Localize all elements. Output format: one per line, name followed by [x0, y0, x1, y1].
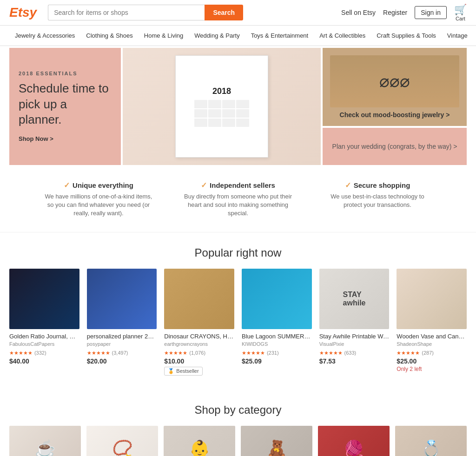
nav-toys[interactable]: Toys & Entertainment	[245, 26, 314, 46]
nav-jewelry[interactable]: Jewelry & Accessories	[9, 26, 80, 46]
planner-cell	[236, 119, 249, 127]
product-rating-4: ★★★★★ (633)	[319, 349, 390, 356]
planner-cell	[222, 100, 235, 108]
trust-secure-desc: We use best-in-class technology to prote…	[322, 192, 433, 209]
category-item-4[interactable]: 🧶	[318, 426, 390, 456]
product-card-5[interactable]: Wooden Vase and Candl... ShadeonShape ★★…	[397, 269, 467, 376]
stars-3: ★★★★★	[242, 350, 265, 356]
category-item-3[interactable]: 🧸	[241, 426, 312, 456]
category-item-0[interactable]: ☕	[9, 426, 81, 456]
popular-title: Popular right now	[0, 232, 476, 269]
product-name-3: Blue Lagoon SUMMER m...	[242, 333, 312, 340]
product-image-5	[397, 269, 467, 329]
product-seller-5: ShadeonShape	[397, 341, 467, 347]
stars-0: ★★★★★	[9, 350, 33, 356]
cart-icon: 🛒	[454, 4, 467, 16]
product-price-2: $10.00	[164, 357, 234, 365]
nav-wedding[interactable]: Wedding & Party	[189, 26, 245, 46]
product-seller-2: earthgrowncrayons	[164, 341, 234, 347]
cart-area[interactable]: 🛒 Cart	[454, 4, 467, 21]
hero-heading: Schedule time to pick up a planner.	[19, 81, 112, 128]
hero-shop-now-link[interactable]: Shop Now >	[19, 135, 112, 142]
category-image-1: 📿	[86, 426, 158, 456]
trust-sellers-desc: Buy directly from someone who put their …	[182, 192, 294, 218]
product-seller-1: posypaper	[87, 341, 157, 347]
category-grid: ☕ 📿 👶 🧸 🧶 💍	[9, 426, 467, 456]
planner-cell	[208, 109, 221, 118]
product-image-4: STAYawhile	[319, 269, 390, 329]
check-icon-secure: ✓	[345, 181, 351, 190]
nav-clothing[interactable]: Clothing & Shoes	[80, 26, 138, 46]
sign-in-button[interactable]: Sign in	[415, 6, 447, 19]
hero-wedding-panel[interactable]: Plan your wedding (congrats, by the way)…	[323, 128, 467, 165]
hero-section: 2018 ESSENTIALS Schedule time to pick up…	[0, 46, 476, 167]
product-card-0[interactable]: Golden Ratio Journal, Ge... FabulousCatP…	[9, 269, 79, 376]
planner-cell	[208, 119, 221, 127]
stars-2: ★★★★★	[164, 350, 187, 356]
product-card-3[interactable]: Blue Lagoon SUMMER m... KIWIDOGS ★★★★★ (…	[242, 269, 312, 376]
planner-grid	[191, 100, 253, 127]
product-name-4: Stay Awhile Printable Wa...	[319, 333, 390, 340]
planner-visual: 2018	[175, 55, 268, 158]
product-price-0: $40.00	[9, 357, 79, 365]
trust-unique: ✓ Unique everything We have millions of …	[43, 181, 154, 218]
planner-cell	[194, 100, 207, 108]
product-seller-4: VisualPixie	[319, 341, 390, 347]
reviews-5: (287)	[422, 350, 434, 356]
register-link[interactable]: Register	[383, 9, 407, 16]
planner-cell	[222, 109, 235, 118]
nav-craft[interactable]: Craft Supplies & Tools	[371, 26, 442, 46]
etsy-logo[interactable]: Etsy	[9, 5, 37, 20]
search-button[interactable]: Search	[205, 5, 243, 20]
trust-unique-title: ✓ Unique everything	[64, 181, 133, 190]
category-image-5: 💍	[395, 426, 467, 456]
hero-jewelry-panel[interactable]: ⌀⌀⌀ Check out mood-boosting jewelry >	[323, 48, 467, 126]
hero-year-label: 2018 ESSENTIALS	[19, 71, 112, 76]
product-seller-3: KIWIDOGS	[242, 341, 312, 347]
bracelet-image: ⌀⌀⌀	[330, 55, 459, 107]
check-icon-sellers: ✓	[201, 181, 207, 190]
product-name-5: Wooden Vase and Candl...	[397, 333, 467, 340]
trust-sellers: ✓ Independent sellers Buy directly from …	[182, 181, 294, 218]
check-icon-unique: ✓	[64, 181, 70, 190]
product-card-2[interactable]: Dinosaur CRAYONS, Han... earthgrowncrayo…	[164, 269, 234, 376]
main-nav: Jewelry & Accessories Clothing & Shoes H…	[0, 26, 476, 46]
category-image-2: 👶	[164, 426, 235, 456]
stars-4: ★★★★★	[319, 350, 343, 356]
sell-on-etsy-link[interactable]: Sell on Etsy	[341, 9, 376, 16]
popular-section: Popular right now Golden Ratio Journal, …	[0, 232, 476, 390]
bestseller-icon: 🏅	[168, 368, 174, 374]
category-icon-3: 🧸	[266, 439, 287, 456]
category-image-0: ☕	[9, 426, 81, 456]
category-image-3: 🧸	[241, 426, 312, 456]
header: Etsy Search Sell on Etsy Register Sign i…	[0, 0, 476, 26]
nav-vintage[interactable]: Vintage	[442, 26, 473, 46]
nav-home[interactable]: Home & Living	[139, 26, 189, 46]
product-price-4: $7.53	[319, 357, 390, 365]
product-card-4[interactable]: STAYawhile Stay Awhile Printable Wa... V…	[319, 269, 390, 376]
product-price-5: $25.00	[397, 357, 467, 365]
reviews-1: (3,497)	[112, 350, 128, 356]
category-item-2[interactable]: 👶	[164, 426, 235, 456]
category-item-5[interactable]: 💍	[395, 426, 467, 456]
category-icon-5: 💍	[421, 439, 442, 456]
trust-secure-title: ✓ Secure shopping	[345, 181, 410, 190]
wedding-link[interactable]: Plan your wedding (congrats, by the way)…	[332, 143, 457, 150]
product-seller-0: FabulousCatPapers	[9, 341, 79, 347]
trust-secure: ✓ Secure shopping We use best-in-class t…	[322, 181, 433, 218]
nav-art[interactable]: Art & Collectibles	[314, 26, 371, 46]
product-image-0	[9, 269, 79, 329]
product-rating-2: ★★★★★ (1,076)	[164, 349, 234, 356]
jewelry-link[interactable]: Check out mood-boosting jewelry >	[340, 111, 450, 119]
product-rating-1: ★★★★★ (3,497)	[87, 349, 157, 356]
category-icon-1: 📿	[112, 439, 133, 456]
product-price-3: $25.09	[242, 357, 312, 365]
category-icon-0: ☕	[35, 439, 56, 456]
category-item-1[interactable]: 📿	[86, 426, 158, 456]
product-card-1[interactable]: personalized planner 201... posypaper ★★…	[87, 269, 157, 376]
search-input[interactable]	[48, 5, 205, 20]
product-rating-0: ★★★★★ (332)	[9, 349, 79, 356]
planner-cell	[208, 100, 221, 108]
hero-right-panels: ⌀⌀⌀ Check out mood-boosting jewelry > Pl…	[323, 48, 467, 165]
reviews-3: (231)	[267, 350, 279, 356]
